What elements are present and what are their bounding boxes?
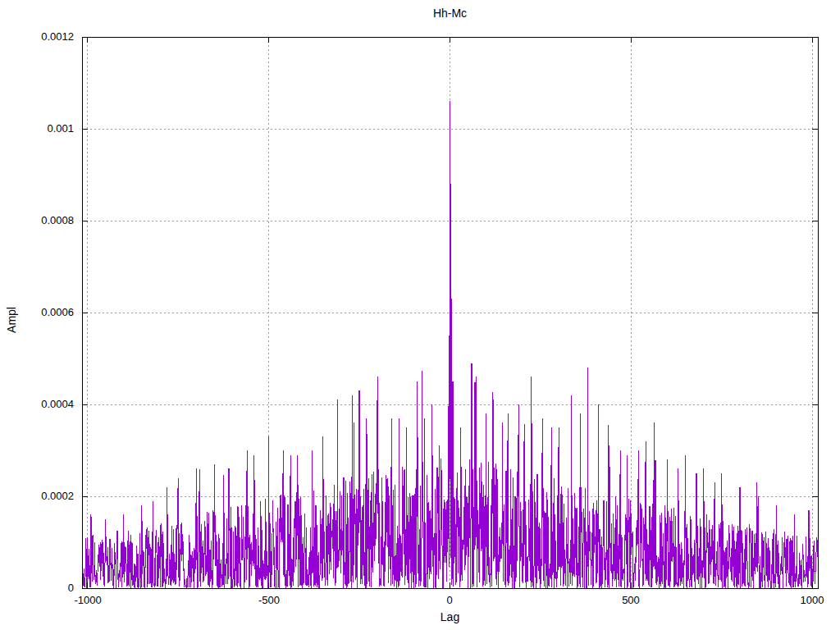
x-tick-label-0: -1000 bbox=[55, 594, 121, 607]
y-tick-label-2: 0.0004 bbox=[0, 398, 74, 411]
y-tick-label-3: 0.0006 bbox=[0, 306, 74, 319]
y-tick-label-6: 0.0012 bbox=[0, 30, 74, 43]
y-tick-label-4: 0.0008 bbox=[0, 214, 74, 227]
chart: Hh-Mc Ampl Lag 0 0.0002 0.0004 0.0006 0.… bbox=[0, 0, 840, 630]
y-tick-label-1: 0.0002 bbox=[0, 490, 74, 503]
x-tick-label-1: -500 bbox=[236, 594, 302, 607]
chart-title: Hh-Mc bbox=[82, 7, 818, 20]
plot-area bbox=[0, 0, 840, 630]
y-tick-label-0: 0 bbox=[0, 582, 74, 595]
y-tick-label-5: 0.001 bbox=[0, 122, 74, 135]
x-tick-label-3: 500 bbox=[598, 594, 664, 607]
x-tick-label-2: 0 bbox=[417, 594, 482, 607]
y-axis-label: Ampl bbox=[0, 271, 23, 369]
data-series-line bbox=[82, 101, 818, 588]
x-axis-label: Lag bbox=[82, 610, 818, 623]
x-tick-label-4: 1000 bbox=[779, 594, 840, 607]
